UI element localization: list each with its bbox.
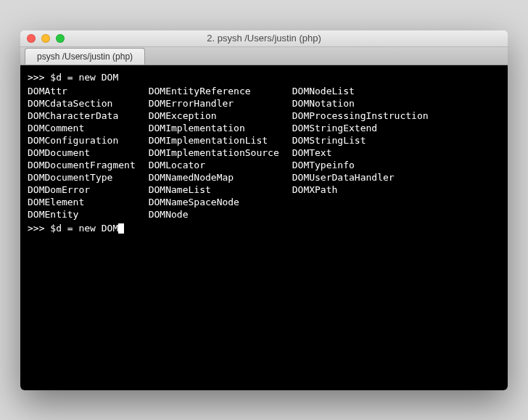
completion-item: DOMException (149, 110, 279, 122)
terminal-content[interactable]: >>> $d = new DOM DOMAttrDOMCdataSectionD… (20, 65, 508, 390)
completion-item: DOMEntityReference (149, 85, 279, 97)
completion-item: DOMNotation (292, 97, 429, 110)
window-title: 2. psysh /Users/justin (php) (20, 33, 508, 44)
completion-item: DOMImplementation (149, 122, 279, 134)
completion-item: DOMNodeList (292, 85, 429, 97)
prompt-line-active: >>> $d = new DOM (28, 222, 500, 234)
terminal-window: 2. psysh /Users/justin (php) psysh /User… (20, 30, 508, 390)
tab-bar: psysh /Users/justin (php) (20, 47, 508, 65)
completion-item: DOMImplementationSource (149, 147, 279, 159)
completion-item: DOMNamedNodeMap (149, 171, 279, 184)
completion-item: DOMText (292, 147, 429, 159)
completion-column: DOMNodeListDOMNotationDOMProcessingInstr… (292, 85, 429, 221)
terminal-tab[interactable]: psysh /Users/justin (php) (25, 48, 145, 65)
completion-item: DOMDocumentType (28, 171, 136, 184)
completion-item: DOMUserDataHandler (292, 171, 429, 184)
completion-item: DOMNode (149, 208, 279, 221)
completion-list: DOMAttrDOMCdataSectionDOMCharacterDataDO… (28, 85, 500, 221)
completion-item: DOMConfiguration (28, 134, 136, 147)
close-icon[interactable] (27, 34, 36, 43)
tab-label: psysh /Users/justin (php) (37, 52, 133, 62)
completion-item: DOMErrorHandler (149, 97, 279, 110)
completion-column: DOMEntityReferenceDOMErrorHandlerDOMExce… (149, 85, 279, 221)
completion-item: DOMCharacterData (28, 110, 136, 122)
completion-item: DOMNameList (149, 184, 279, 196)
completion-item: DOMNameSpaceNode (149, 196, 279, 208)
completion-item: DOMProcessingInstruction (292, 110, 429, 122)
completion-item: DOMTypeinfo (292, 159, 429, 171)
completion-item: DOMDomError (28, 184, 136, 196)
traffic-lights (20, 34, 65, 43)
window-titlebar[interactable]: 2. psysh /Users/justin (php) (20, 30, 508, 47)
completion-item: DOMAttr (28, 85, 136, 97)
completion-item: DOMLocator (149, 159, 279, 171)
completion-item: DOMComment (28, 122, 136, 134)
completion-item: DOMEntity (28, 208, 136, 221)
completion-item: DOMDocument (28, 147, 136, 159)
completion-item: DOMXPath (292, 184, 429, 196)
minimize-icon[interactable] (41, 34, 50, 43)
completion-item: DOMCdataSection (28, 97, 136, 110)
zoom-icon[interactable] (56, 34, 65, 43)
prompt-line: >>> $d = new DOM (28, 71, 500, 83)
completion-column: DOMAttrDOMCdataSectionDOMCharacterDataDO… (28, 85, 136, 221)
cursor-icon (118, 223, 124, 234)
completion-item: DOMImplementationList (149, 134, 279, 147)
completion-item: DOMStringList (292, 134, 429, 147)
completion-item: DOMDocumentFragment (28, 159, 136, 171)
completion-item: DOMStringExtend (292, 122, 429, 134)
completion-item: DOMElement (28, 196, 136, 208)
